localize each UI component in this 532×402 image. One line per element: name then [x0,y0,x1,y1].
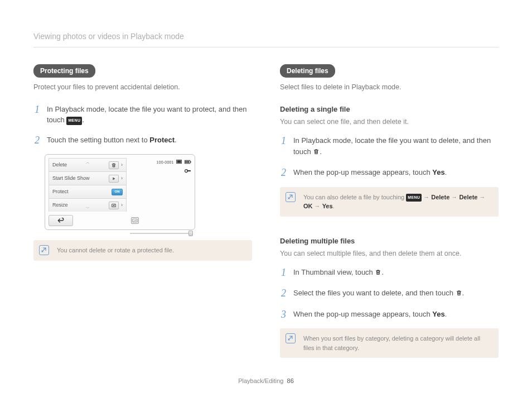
menu-label-delete: Delete [52,161,67,169]
on-toggle-icon: ON [112,189,123,195]
scrollbar-track [130,233,190,234]
play-icon [109,175,119,183]
single-step-2: When the pop-up message appears, touch Y… [280,167,499,178]
footer-section: Playback/Editing [238,377,283,384]
arrow-icon: → [315,203,321,209]
chevron-right-icon: › [121,161,123,169]
trash-icon [313,147,320,159]
multi-delete-intro: You can select multiple files, and then … [280,248,499,259]
page-footer: Playback/Editing 86 [0,376,532,386]
chevron-right-icon: › [121,175,123,183]
image-placeholder-icon [131,217,139,224]
multi-step-2: Select the files you want to delete, and… [280,288,499,300]
menu-label-slideshow: Start Slide Show [52,175,90,183]
scrollbar-knob-icon [188,231,193,236]
menu-row-slideshow: Start Slide Show › [49,171,127,185]
menu-label-resize: Resize [52,202,68,209]
lock-icon [130,168,191,176]
svg-rect-2 [177,161,181,163]
single-step1-pre: In Playback mode, locate the file you wa… [293,136,491,156]
single-delete-intro: You can select one file, and then delete… [280,117,499,127]
single-delete-head: Deleting a single file [280,104,499,115]
protecting-files-pill: Protecting files [33,64,95,78]
protect-step2-post: . [175,136,177,144]
page-header: Viewing photos or videos in Playback mod… [33,31,499,42]
multi-step-1: In Thumbnail view, touch . [280,267,499,279]
menu-row-resize: Resize › ﹀ [49,198,127,212]
multi-step2-pre: Select the files you want to delete, and… [293,289,456,297]
svg-rect-6 [187,161,188,163]
protect-note-text: You cannot delete or rotate a protected … [57,247,174,253]
menu-icon: MENU [406,194,422,202]
protect-steps: In Playback mode, locate the file you wa… [33,104,252,146]
multi-note-text: When you sort files by category, deletin… [303,335,480,351]
protecting-intro: Protect your files to prevent accidental… [33,82,252,93]
left-column: Protecting files Protect your files to p… [33,64,252,358]
image-counter: 100-0001 [157,160,174,164]
multi-step3-pre: When the pop-up message appears, touch [293,310,432,318]
protect-step-1: In Playback mode, locate the file you wa… [33,104,252,126]
status-bar: 100-0001 [130,158,191,166]
trash-icon [109,161,119,169]
multi-step3-post: . [445,310,447,318]
seq-delete-2: Delete [459,194,477,200]
protect-step2-pre: Touch the setting button next to [47,136,149,144]
resize-icon [109,202,119,209]
arrow-icon: → [479,194,485,200]
sd-icon [176,160,182,166]
multi-delete-steps: In Thumbnail view, touch . Select the fi… [280,267,499,320]
single-delete-note: You can also delete a file by touching M… [280,187,499,217]
multi-step3-bold: Yes [432,310,444,318]
svg-rect-7 [188,161,189,163]
single-step2-pre: When the pop-up message appears, touch [293,168,432,176]
scroll-down-icon: ﹀ [86,205,90,212]
arrow-icon: → [423,194,429,200]
multi-step1-post: . [381,268,384,276]
note-icon [286,333,296,343]
single-note-pre: You can also delete a file by touching [303,194,406,200]
seq-ok: OK [303,203,313,209]
single-step2-post: . [445,168,447,176]
deleting-files-pill: Deleting files [280,64,335,78]
right-column: Deleting files Select files to delete in… [280,64,499,358]
header-rule [33,47,499,47]
note-icon [39,245,49,255]
menu-label-protect: Protect [52,188,69,196]
menu-row-protect: Protect ON [49,185,127,198]
protect-step-2: Touch the setting button next to Protect… [33,135,252,146]
menu-row-delete: ︿ Delete › [49,158,127,171]
single-delete-steps: In Playback mode, locate the file you wa… [280,135,499,178]
multi-step-3: When the pop-up message appears, touch Y… [280,309,499,320]
trash-icon [375,268,381,279]
seq-delete-1: Delete [431,194,449,200]
svg-rect-5 [185,161,186,163]
seq-yes: Yes [322,203,333,209]
multi-delete-head: Deleting multiple files [280,236,499,247]
single-step2-bold: Yes [432,168,444,176]
device-screenshot: ︿ Delete › Start Slide Show [45,154,195,230]
multi-delete-note: When you sort files by category, deletin… [280,328,499,358]
protect-note: You cannot delete or rotate a protected … [33,240,252,261]
svg-rect-10 [133,219,137,222]
svg-rect-4 [190,161,191,163]
multi-step1-pre: In Thumbnail view, touch [293,268,375,276]
deleting-intro: Select files to delete in Playback mode. [280,82,499,93]
protect-step1-post: . [82,116,84,124]
svg-rect-9 [187,170,191,171]
chevron-right-icon: › [121,202,123,209]
note-icon [286,192,296,202]
trash-icon [456,289,462,300]
battery-icon [185,160,191,166]
single-step1-post: . [320,147,322,156]
menu-icon: MENU [66,117,82,125]
scroll-up-icon: ︿ [86,160,90,166]
footer-page-number: 86 [287,377,294,384]
multi-step2-post: . [462,289,465,297]
single-step-1: In Playback mode, locate the file you wa… [280,135,499,158]
arrow-icon: → [451,194,457,200]
back-button-icon [49,215,73,226]
protect-step2-bold: Protect [149,136,175,144]
